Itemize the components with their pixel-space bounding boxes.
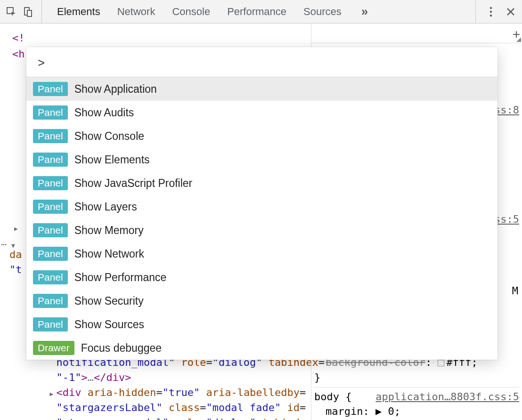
panel-badge: Panel — [33, 129, 68, 143]
inspect-element-icon[interactable] — [4, 4, 19, 19]
css-property[interactable]: margin — [326, 405, 363, 417]
toolbar-left-group — [4, 0, 42, 23]
svg-point-3 — [490, 7, 492, 9]
panel-badge: Panel — [33, 294, 68, 308]
command-item[interactable]: PanelShow Application — [26, 77, 498, 101]
close-icon[interactable] — [503, 4, 518, 19]
command-item[interactable]: PanelShow Memory — [26, 218, 498, 242]
tab-sources[interactable]: Sources — [302, 0, 343, 23]
devtools-toolbar: Elements Network Console Performance Sou… — [0, 0, 522, 24]
more-tabs-icon[interactable]: » — [357, 4, 372, 19]
panel-badge: Panel — [33, 200, 68, 214]
command-item[interactable]: PanelShow Console — [26, 124, 498, 148]
command-item-label: Show Layers — [74, 201, 137, 213]
panel-badge: Panel — [33, 105, 68, 120]
command-item[interactable]: PanelShow Sources — [26, 313, 498, 336]
svg-point-5 — [490, 14, 492, 16]
command-prompt-icon: > — [38, 56, 45, 70]
panel-badge: Panel — [33, 247, 68, 261]
panel-badge: Panel — [33, 153, 68, 167]
toolbar-right-group — [475, 0, 518, 23]
resize-corner-icon[interactable] — [516, 37, 521, 42]
tab-console[interactable]: Console — [170, 0, 212, 23]
svg-rect-2 — [27, 10, 32, 16]
drawer-badge: Drawer — [33, 341, 74, 355]
tab-performance[interactable]: Performance — [225, 0, 288, 23]
css-source-link[interactable]: ss:5 — [494, 212, 519, 227]
command-item[interactable]: PanelShow Performance — [26, 266, 498, 289]
command-item-label: Show Security — [74, 295, 144, 307]
command-item-label: Show Memory — [74, 224, 144, 237]
command-input[interactable] — [49, 56, 486, 70]
command-item[interactable]: PanelShow Layers — [26, 195, 498, 218]
command-item[interactable]: PanelShow Audits — [26, 101, 498, 124]
command-item[interactable]: DrawerFocus debuggee — [26, 336, 498, 360]
command-item[interactable]: PanelShow Elements — [26, 148, 498, 171]
command-item-label: Show Audits — [74, 106, 134, 119]
css-selector[interactable]: body { — [314, 391, 351, 403]
css-brace: } — [314, 370, 320, 385]
command-menu: > PanelShow ApplicationPanelShow AuditsP… — [26, 47, 498, 360]
kebab-menu-icon[interactable] — [483, 4, 498, 19]
command-item-label: Focus debuggee — [81, 342, 162, 355]
panel-badge: Panel — [33, 270, 68, 284]
style-text: M — [512, 283, 518, 299]
command-item[interactable]: PanelShow JavaScript Profiler — [26, 171, 498, 195]
command-item-label: Show Network — [74, 248, 144, 260]
command-item-label: Show Console — [74, 130, 144, 143]
expand-shorthand-icon[interactable]: ▶ — [375, 405, 382, 417]
panel-tabs: Elements Network Console Performance Sou… — [42, 0, 372, 23]
main-area: <! <h da "t notification_modal" role="di… — [0, 24, 522, 420]
svg-point-4 — [490, 10, 492, 13]
command-item[interactable]: PanelShow Security — [26, 289, 498, 313]
command-input-row: > — [26, 47, 498, 77]
styles-toolbar: + — [311, 24, 522, 43]
css-value[interactable]: 0; — [388, 405, 400, 417]
command-item[interactable]: PanelShow Network — [26, 242, 498, 266]
tab-elements[interactable]: Elements — [55, 0, 102, 23]
color-swatch-icon[interactable] — [438, 360, 444, 366]
panel-badge: Panel — [33, 317, 68, 331]
command-list: PanelShow ApplicationPanelShow AuditsPan… — [26, 77, 498, 360]
command-item-label: Show Performance — [74, 271, 167, 284]
css-source-link[interactable]: ss:8 — [494, 103, 519, 118]
panel-badge: Panel — [33, 223, 68, 237]
command-item-label: Show Elements — [74, 153, 150, 166]
device-toggle-icon[interactable] — [21, 4, 36, 19]
command-item-label: Show Sources — [74, 318, 144, 331]
css-source-link[interactable]: application…8803f.css:5 — [375, 389, 519, 404]
panel-badge: Panel — [33, 82, 68, 96]
tab-network[interactable]: Network — [115, 0, 157, 23]
command-item-label: Show Application — [74, 83, 157, 96]
command-item-label: Show JavaScript Profiler — [74, 177, 193, 190]
panel-badge: Panel — [33, 176, 68, 190]
